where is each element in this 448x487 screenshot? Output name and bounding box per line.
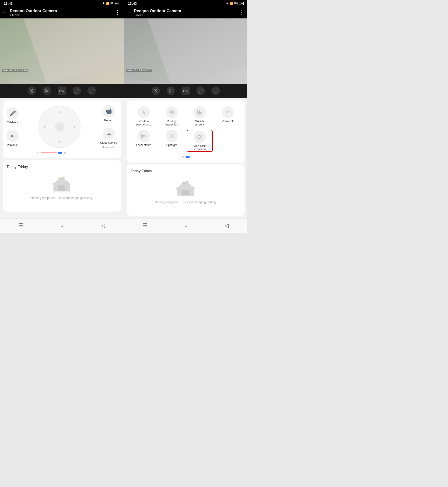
fhd-btn-left[interactable]: FHD bbox=[58, 86, 66, 95]
right-side-buttons: 📹 Record ☁ Cloud service Unavailable bbox=[100, 105, 117, 149]
ptz-dot-left bbox=[44, 126, 46, 128]
battery-left: 100 bbox=[114, 2, 120, 5]
left-side-buttons: 🎤 Talkback ▶ Playback bbox=[7, 107, 19, 147]
talkback-btn[interactable]: 🎤 Talkback bbox=[7, 107, 19, 124]
svg-rect-31 bbox=[198, 112, 200, 114]
svg-rect-30 bbox=[200, 110, 202, 112]
today-empty-right: Nothing happened. The cloud keeps guardi… bbox=[131, 178, 241, 206]
svg-rect-14 bbox=[58, 185, 65, 191]
expulsion-icon bbox=[194, 131, 206, 143]
back-button-right[interactable]: ← bbox=[127, 9, 132, 16]
left-phone: 13:43 ✦ 📶 ✉ 100 ← Reoqoo Outdoor Camera … bbox=[0, 0, 124, 233]
status-bar-right: 13:43 ✦ 📶 ✉ 100 bbox=[124, 0, 247, 7]
notification-icon-r: ✉ bbox=[234, 2, 237, 5]
bottom-nav-right: ☰ ○ ◁ bbox=[124, 219, 247, 233]
page-indicators-left: ← bbox=[7, 152, 117, 155]
menu-nav-right[interactable]: ☰ bbox=[143, 222, 147, 228]
svg-line-46 bbox=[201, 135, 202, 136]
svg-rect-49 bbox=[182, 190, 189, 196]
poweroff-btn[interactable]: Power off bbox=[215, 106, 241, 126]
mute-btn-right[interactable] bbox=[152, 86, 160, 95]
poweroff-label: Power off bbox=[222, 120, 233, 123]
controls-panel-left: 🎤 Talkback ▶ Playback bbox=[3, 101, 121, 158]
ptz-wheel[interactable] bbox=[39, 106, 80, 148]
position-btn[interactable]: ★ Positionwatched of... bbox=[131, 106, 157, 126]
right-phone: 13:43 ✦ 📶 ✉ 100 ← Reoqoo Outdoor Camera … bbox=[124, 0, 247, 233]
svg-line-47 bbox=[198, 135, 199, 136]
spotlight-btn[interactable]: Spotlight bbox=[159, 130, 185, 152]
cam-speed-right: 19KB/s bbox=[134, 13, 181, 16]
cam-menu-left[interactable]: ⋮ bbox=[115, 9, 120, 16]
cloud-icon: ☁ bbox=[103, 128, 115, 140]
scissors-btn-left[interactable] bbox=[43, 86, 51, 95]
playback-label: Playback bbox=[7, 143, 18, 147]
poweroff-icon bbox=[222, 106, 234, 118]
svg-line-41 bbox=[173, 137, 174, 138]
status-bar-left: 13:43 ✦ 📶 ✉ 100 bbox=[0, 0, 124, 7]
svg-point-6 bbox=[45, 89, 47, 90]
mute-btn-left[interactable] bbox=[28, 86, 36, 95]
back-button-left[interactable]: ← bbox=[2, 9, 8, 16]
bluetooth-icon: ✦ bbox=[102, 2, 105, 5]
wifi-icon: 📶 bbox=[106, 2, 109, 5]
cloud-btn[interactable]: ☁ Cloud service Unavailable bbox=[100, 128, 117, 149]
routing-btn[interactable]: Routinginspection bbox=[159, 106, 185, 126]
today-section-right: Today Friday Nothing happened. The cloud… bbox=[127, 165, 245, 216]
multiple-screens-icon bbox=[194, 106, 206, 118]
multiple-screens-btn[interactable]: Multiplescreens bbox=[187, 106, 213, 126]
cam-title-right: Reoqoo Outdoor Camera bbox=[134, 9, 181, 13]
spotlight-label: Spotlight bbox=[166, 143, 177, 147]
svg-line-21 bbox=[154, 89, 158, 92]
svg-rect-29 bbox=[198, 110, 200, 112]
page-dot-2-right[interactable] bbox=[185, 156, 190, 158]
page-dot-1-right[interactable] bbox=[182, 156, 184, 158]
cam-menu-right[interactable]: ⋮ bbox=[239, 9, 244, 16]
ptz-dot-bottom bbox=[59, 141, 60, 143]
back-nav-right[interactable]: ◁ bbox=[225, 222, 229, 228]
wifi-icon-r: 📶 bbox=[229, 2, 233, 5]
talkback-icon: 🎤 bbox=[7, 107, 19, 119]
controls-panel-right: ★ Positionwatched of... Routinginspectio… bbox=[127, 101, 245, 163]
ptz-center bbox=[55, 122, 64, 132]
time-left: 13:43 bbox=[4, 1, 13, 5]
home-nav-left[interactable]: ○ bbox=[61, 222, 64, 228]
svg-line-9 bbox=[47, 91, 48, 92]
spotlight-icon bbox=[166, 130, 178, 142]
cam-speed-left: 141KB/s bbox=[10, 13, 57, 16]
scissors-btn-right[interactable] bbox=[167, 86, 175, 95]
expand-btn-left[interactable] bbox=[88, 86, 96, 95]
cloud-label: Cloud service bbox=[100, 141, 117, 144]
svg-line-42 bbox=[170, 137, 170, 138]
back-nav-left[interactable]: ◁ bbox=[101, 222, 105, 228]
time-right: 13:43 bbox=[128, 1, 137, 5]
home-nav-right[interactable]: ○ bbox=[184, 222, 188, 228]
cloud-sublabel: Unavailable bbox=[102, 146, 115, 149]
page-dot-1-left[interactable] bbox=[58, 152, 62, 154]
today-section-left: Today Friday Nothing happened. The cloud… bbox=[3, 160, 121, 212]
expulsion-btn[interactable]: One-clickexpulsion bbox=[187, 130, 213, 152]
ptz-wheel-container bbox=[19, 106, 100, 148]
house-icon-right bbox=[174, 180, 197, 197]
cam-controls-bar-right: FHD bbox=[124, 84, 247, 98]
cam-header-left: ← Reoqoo Outdoor Camera 141KB/s ⋮ bbox=[0, 7, 124, 18]
record-icon: 📹 bbox=[103, 105, 115, 117]
svg-point-22 bbox=[169, 89, 170, 90]
cam-feed-left[interactable]: 2024-02-23 13:43:10 bbox=[0, 18, 124, 84]
expand-btn-right[interactable] bbox=[211, 86, 220, 95]
ptz-dot-top bbox=[59, 111, 60, 113]
menu-nav-left[interactable]: ☰ bbox=[19, 222, 23, 228]
album-icon bbox=[138, 130, 150, 142]
today-title-right: Today Friday bbox=[131, 169, 241, 173]
fhd-btn-right[interactable]: FHD bbox=[182, 86, 190, 95]
fullscreen-btn-right[interactable] bbox=[196, 86, 205, 95]
bottom-nav-left: ☰ ○ ◁ bbox=[0, 219, 124, 233]
page-dot-2-left[interactable] bbox=[64, 152, 66, 154]
playback-btn[interactable]: ▶ Playback bbox=[7, 130, 19, 147]
fullscreen-btn-left[interactable] bbox=[72, 86, 81, 95]
cam-timestamp-left: 2024-02-23 13:43:10 bbox=[2, 69, 28, 72]
album-btn[interactable]: Local album bbox=[131, 130, 157, 152]
svg-line-40 bbox=[170, 134, 170, 134]
record-btn[interactable]: 📹 Record bbox=[103, 105, 115, 122]
today-title-left: Today Friday bbox=[7, 165, 117, 169]
cam-feed-right[interactable]: 2024-02-23 13:43:17 bbox=[124, 18, 247, 84]
